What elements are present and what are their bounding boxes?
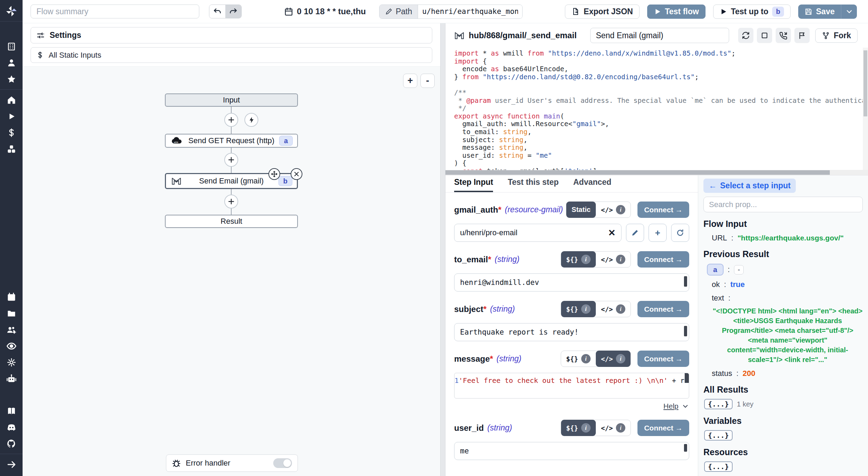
settings-gear-icon[interactable] <box>0 354 23 370</box>
redo-button[interactable] <box>225 5 241 18</box>
refresh-resource-button[interactable] <box>671 224 689 242</box>
groups-icon[interactable] <box>0 321 23 338</box>
flow-node-get-request[interactable]: HTTP Send GET Request (http) a <box>165 134 298 148</box>
docs-book-icon[interactable] <box>0 403 23 419</box>
variables-object-chip[interactable]: {...} <box>704 430 733 441</box>
mode-code-segment[interactable]: </>i <box>596 251 631 268</box>
connect-button[interactable]: Connect → <box>637 202 689 218</box>
edit-resource-button[interactable] <box>626 224 644 242</box>
edit-path-button[interactable]: Path <box>379 5 418 18</box>
subject-input[interactable]: Earthquake report is ready! <box>454 323 689 341</box>
mode-code-segment[interactable]: </>i <box>596 420 631 436</box>
message-expression-editor[interactable]: 1 'Feel free to check out the latest rep… <box>454 373 689 399</box>
schedule-display[interactable]: 0 10 18 * * tue,thu <box>284 7 366 16</box>
workspace-building-icon[interactable] <box>0 38 23 55</box>
zoom-in-button[interactable]: + <box>403 74 417 88</box>
code-horizontal-scrollbar[interactable] <box>445 170 868 175</box>
workers-robot-icon[interactable] <box>0 370 23 387</box>
move-step-button[interactable] <box>268 168 280 180</box>
result-collapse-chip[interactable]: - <box>734 265 744 274</box>
test-flow-button[interactable]: Test flow <box>647 5 706 19</box>
mode-code-segment[interactable]: </>i <box>596 351 631 367</box>
schedules-calendar-icon[interactable] <box>0 289 23 305</box>
save-button[interactable]: Save <box>798 5 841 19</box>
prop-key-url[interactable]: URL <box>712 233 727 243</box>
prop-key-ok[interactable]: ok <box>712 280 720 289</box>
windmill-logo-icon[interactable] <box>0 3 23 19</box>
resource-input[interactable]: u/henri/pro-email ✕ <box>454 224 621 242</box>
folders-icon[interactable] <box>0 305 23 321</box>
add-resource-button[interactable]: + <box>649 224 667 242</box>
mode-code-segment[interactable]: </>i <box>596 301 631 317</box>
github-icon[interactable] <box>0 435 23 452</box>
discord-icon[interactable] <box>0 419 23 435</box>
field-message: message* (string) ${}i </>i Connect → <box>454 351 689 410</box>
sync-arrows-icon[interactable] <box>738 28 753 43</box>
all-static-inputs-button[interactable]: All Static Inputs <box>31 47 432 63</box>
add-step-button[interactable] <box>224 153 238 167</box>
code-editor[interactable]: import * as wmill from "https://deno.lan… <box>445 48 868 170</box>
tab-test-this-step[interactable]: Test this step <box>508 178 559 192</box>
audit-eye-icon[interactable] <box>0 338 23 354</box>
mode-template-segment[interactable]: ${}i <box>561 251 596 268</box>
save-more-button[interactable] <box>841 5 857 19</box>
prop-key-text[interactable]: text <box>712 294 724 303</box>
flag-icon[interactable] <box>794 28 810 43</box>
mode-template-segment[interactable]: ${}i <box>561 351 596 367</box>
path-value-input[interactable] <box>418 5 522 18</box>
mode-template-segment[interactable]: ${}i <box>561 420 596 436</box>
mode-static-segment[interactable]: Static <box>566 202 595 218</box>
undo-button[interactable] <box>209 5 225 18</box>
delete-step-button[interactable] <box>291 168 302 180</box>
test-up-to-button[interactable]: Test up to b <box>713 5 791 19</box>
resources-cubes-icon[interactable] <box>0 141 23 157</box>
zoom-out-button[interactable]: - <box>420 74 435 88</box>
variables-dollar-icon[interactable] <box>0 124 23 141</box>
user-icon[interactable] <box>0 55 23 71</box>
connect-button[interactable]: Connect → <box>637 301 689 317</box>
panel-resize-handle[interactable] <box>440 23 445 476</box>
to-email-input[interactable]: henri@windmill.dev <box>454 273 689 292</box>
add-step-button[interactable] <box>224 195 238 208</box>
prop-value-text[interactable]: "<!DOCTYPE html> <html lang="en"> <head>… <box>712 306 863 364</box>
prop-key-status[interactable]: status <box>712 369 732 378</box>
flow-summary-input[interactable] <box>31 5 199 18</box>
webhook-phone-icon[interactable] <box>776 28 791 43</box>
favorites-star-icon[interactable] <box>0 71 23 87</box>
resources-object-chip[interactable]: {...} <box>704 461 733 472</box>
select-step-input-button[interactable]: ← Select a step input <box>703 179 796 193</box>
user-id-input[interactable]: me <box>454 442 689 460</box>
add-trigger-bolt-button[interactable] <box>244 113 258 127</box>
prop-value-url[interactable]: "https://earthquake.usgs.gov/" <box>737 234 844 242</box>
connect-button[interactable]: Connect → <box>637 251 689 268</box>
chevron-down-icon[interactable] <box>682 402 689 410</box>
code-vertical-scrollbar[interactable] <box>863 48 868 170</box>
help-link[interactable]: Help <box>663 402 678 410</box>
fork-button[interactable]: Fork <box>815 28 858 43</box>
runs-play-icon[interactable] <box>0 108 23 124</box>
flow-node-result[interactable]: Result <box>165 215 298 228</box>
result-step-badge-a[interactable]: a <box>707 264 724 276</box>
error-handler-box[interactable]: Error handler <box>166 454 298 472</box>
flow-node-input[interactable]: Input <box>165 93 298 107</box>
prop-value-ok[interactable]: true <box>730 280 745 289</box>
mode-code-segment[interactable]: </>i <box>596 202 631 218</box>
all-results-object-chip[interactable]: {...} <box>704 399 733 409</box>
error-handler-toggle[interactable] <box>273 458 292 468</box>
tab-advanced[interactable]: Advanced <box>573 178 611 192</box>
add-step-button[interactable] <box>224 113 238 127</box>
connect-button[interactable]: Connect → <box>637 351 689 367</box>
clear-x-icon[interactable]: ✕ <box>608 228 616 237</box>
flow-node-send-email[interactable]: Send Email (gmail) b <box>165 173 298 189</box>
export-json-button[interactable]: Export JSON <box>565 5 640 19</box>
connect-button[interactable]: Connect → <box>637 420 689 436</box>
search-prop-input[interactable] <box>703 197 863 212</box>
step-name-input[interactable] <box>590 28 729 43</box>
box-icon[interactable] <box>757 28 772 43</box>
expand-arrow-icon[interactable] <box>0 456 23 473</box>
prop-value-status[interactable]: 200 <box>743 369 756 378</box>
mode-template-segment[interactable]: ${}i <box>561 301 596 317</box>
flow-settings-button[interactable]: Settings <box>31 27 432 43</box>
home-icon[interactable] <box>0 92 23 108</box>
tab-step-input[interactable]: Step Input <box>454 178 493 192</box>
